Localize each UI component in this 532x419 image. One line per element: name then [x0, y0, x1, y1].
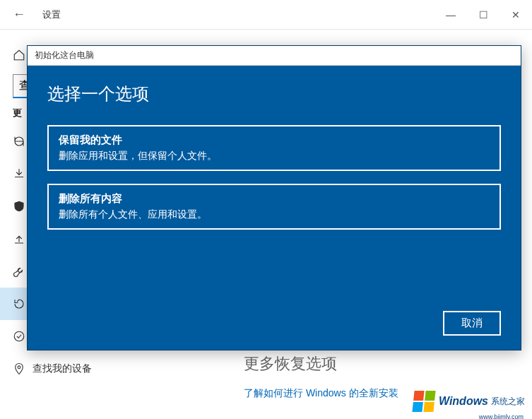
svg-point-0: [14, 331, 24, 341]
minimize-button[interactable]: —: [435, 0, 467, 30]
sidebar-item-label: 查找我的设备: [32, 362, 92, 375]
close-button[interactable]: ✕: [500, 0, 532, 30]
windows-logo-icon: [412, 391, 435, 412]
modal-titlebar: 初始化这台电脑: [28, 46, 521, 66]
keep-files-desc: 删除应用和设置，但保留个人文件。: [59, 150, 490, 163]
watermark-brand: Windows: [439, 395, 488, 408]
watermark: Windows 系统之家: [413, 391, 525, 412]
remove-everything-title: 删除所有内容: [59, 192, 490, 206]
remove-everything-desc: 删除所有个人文件、应用和设置。: [59, 208, 490, 221]
cancel-button[interactable]: 取消: [443, 311, 501, 336]
find-device-icon: [13, 362, 32, 375]
sidebar-item-find-device[interactable]: 查找我的设备: [13, 353, 212, 385]
modal-body: 选择一个选项 保留我的文件 删除应用和设置，但保留个人文件。 删除所有内容 删除…: [28, 66, 521, 259]
modal-footer: 取消: [443, 311, 501, 336]
window-controls: — ☐ ✕: [435, 0, 532, 30]
remove-everything-option[interactable]: 删除所有内容 删除所有个人文件、应用和设置。: [47, 184, 501, 230]
keep-files-option[interactable]: 保留我的文件 删除应用和设置，但保留个人文件。: [47, 125, 501, 171]
back-button[interactable]: ←: [13, 7, 25, 22]
maximize-button[interactable]: ☐: [467, 0, 500, 30]
watermark-url: www.bjjmlv.com: [479, 413, 524, 419]
svg-point-1: [18, 366, 20, 369]
watermark-suffix: 系统之家: [491, 396, 525, 408]
more-recovery-heading: 更多恢复选项: [244, 353, 526, 374]
window-title: 设置: [42, 8, 61, 21]
modal-heading: 选择一个选项: [47, 83, 501, 105]
window-header: ← 设置 — ☐ ✕: [0, 0, 532, 30]
reset-pc-modal: 初始化这台电脑 选择一个选项 保留我的文件 删除应用和设置，但保留个人文件。 删…: [27, 45, 521, 350]
header-left: ← 设置: [0, 7, 61, 22]
keep-files-title: 保留我的文件: [59, 134, 490, 147]
